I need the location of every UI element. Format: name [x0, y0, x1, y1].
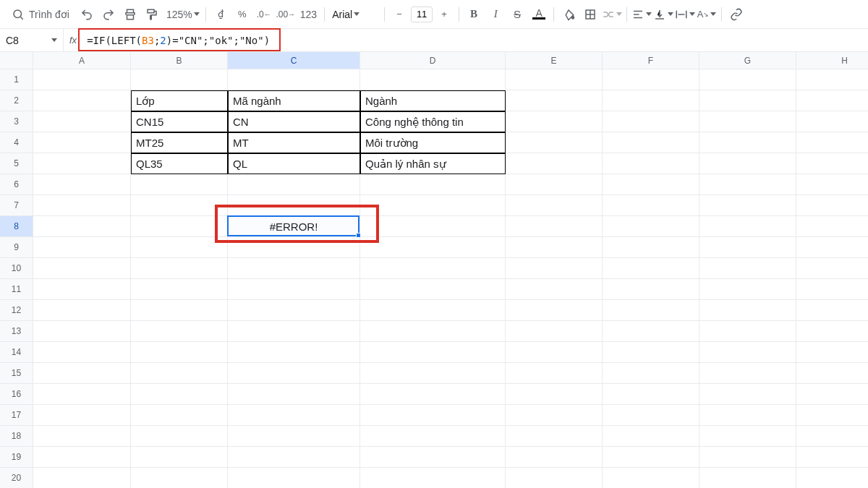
cell-G17[interactable]	[699, 405, 796, 426]
cell-F10[interactable]	[603, 258, 699, 279]
cell-H20[interactable]	[796, 468, 868, 488]
column-header-F[interactable]: F	[603, 52, 699, 69]
cell-B6[interactable]	[131, 174, 228, 195]
text-color-button[interactable]: A	[529, 4, 549, 25]
cell-D3[interactable]: Công nghệ thông tin	[360, 111, 506, 132]
cell-F9[interactable]	[603, 237, 699, 258]
cell-E5[interactable]	[506, 153, 603, 174]
cell-E4[interactable]	[506, 132, 603, 153]
cell-B10[interactable]	[131, 258, 228, 279]
cell-A18[interactable]	[33, 426, 131, 447]
formula-input-wrap[interactable]: =IF(LEFT(B3;2)="CN";"ok";"No")	[82, 29, 868, 51]
cell-G14[interactable]	[699, 342, 796, 363]
cell-B9[interactable]	[131, 237, 228, 258]
row-header-14[interactable]: 14	[0, 342, 33, 363]
cell-E9[interactable]	[506, 237, 603, 258]
row-header-18[interactable]: 18	[0, 426, 33, 447]
cell-H18[interactable]	[796, 426, 868, 447]
row-header-3[interactable]: 3	[0, 111, 33, 132]
cell-H14[interactable]	[796, 342, 868, 363]
cell-B5[interactable]: QL35	[131, 153, 228, 174]
cell-F19[interactable]	[603, 447, 699, 468]
cell-D17[interactable]	[360, 405, 506, 426]
cell-F18[interactable]	[603, 426, 699, 447]
column-header-E[interactable]: E	[506, 52, 603, 69]
cell-D13[interactable]	[360, 321, 506, 342]
cell-G8[interactable]	[699, 216, 796, 237]
cell-A4[interactable]	[33, 132, 131, 153]
cell-A7[interactable]	[33, 195, 131, 216]
cell-G6[interactable]	[699, 174, 796, 195]
cell-C13[interactable]	[228, 321, 360, 342]
column-header-C[interactable]: C	[228, 52, 360, 69]
cell-H17[interactable]	[796, 405, 868, 426]
cell-B16[interactable]	[131, 384, 228, 405]
increase-decimal-button[interactable]: .00→	[276, 4, 296, 25]
cell-C16[interactable]	[228, 384, 360, 405]
cell-A16[interactable]	[33, 384, 131, 405]
cell-G13[interactable]	[699, 321, 796, 342]
cell-C12[interactable]	[228, 300, 360, 321]
cell-C10[interactable]	[228, 258, 360, 279]
cell-B2[interactable]: Lớp	[131, 90, 228, 111]
cell-C14[interactable]	[228, 342, 360, 363]
cell-G15[interactable]	[699, 363, 796, 384]
cell-C8[interactable]: #ERROR!	[228, 216, 360, 237]
cell-H10[interactable]	[796, 258, 868, 279]
cell-B1[interactable]	[131, 69, 228, 90]
cell-B3[interactable]: CN15	[131, 111, 228, 132]
cell-C1[interactable]	[228, 69, 360, 90]
column-header-G[interactable]: G	[699, 52, 796, 69]
font-size-increase-button[interactable]: +	[434, 4, 454, 25]
cell-G12[interactable]	[699, 300, 796, 321]
cell-H12[interactable]	[796, 300, 868, 321]
cell-C9[interactable]	[228, 237, 360, 258]
merge-cells-button[interactable]	[602, 4, 622, 25]
row-header-16[interactable]: 16	[0, 384, 33, 405]
text-wrap-button[interactable]	[675, 4, 695, 25]
cell-D18[interactable]	[360, 426, 506, 447]
cell-H11[interactable]	[796, 279, 868, 300]
cell-G1[interactable]	[699, 69, 796, 90]
font-size-input[interactable]	[411, 7, 433, 22]
cell-A2[interactable]	[33, 90, 131, 111]
cell-F2[interactable]	[603, 90, 699, 111]
cell-F15[interactable]	[603, 363, 699, 384]
cell-A11[interactable]	[33, 279, 131, 300]
cell-F14[interactable]	[603, 342, 699, 363]
formula-input[interactable]: =IF(LEFT(B3;2)="CN";"ok";"No")	[82, 32, 868, 49]
cell-C7[interactable]	[228, 195, 360, 216]
cell-B12[interactable]	[131, 300, 228, 321]
cell-A15[interactable]	[33, 363, 131, 384]
cell-E8[interactable]	[506, 216, 603, 237]
cell-A19[interactable]	[33, 447, 131, 468]
cell-H1[interactable]	[796, 69, 868, 90]
cell-E10[interactable]	[506, 258, 603, 279]
cell-H8[interactable]	[796, 216, 868, 237]
cell-G10[interactable]	[699, 258, 796, 279]
cell-B13[interactable]	[131, 321, 228, 342]
cell-A6[interactable]	[33, 174, 131, 195]
row-header-2[interactable]: 2	[0, 90, 33, 111]
cell-B20[interactable]	[131, 468, 228, 488]
row-header-17[interactable]: 17	[0, 405, 33, 426]
select-all-corner[interactable]	[0, 52, 33, 69]
column-header-H[interactable]: H	[796, 52, 868, 69]
cell-F4[interactable]	[603, 132, 699, 153]
cell-D4[interactable]: Môi trường	[360, 132, 506, 153]
cell-E14[interactable]	[506, 342, 603, 363]
cell-C2[interactable]: Mã ngành	[228, 90, 360, 111]
cell-B11[interactable]	[131, 279, 228, 300]
cell-E17[interactable]	[506, 405, 603, 426]
cell-A10[interactable]	[33, 258, 131, 279]
cell-F6[interactable]	[603, 174, 699, 195]
cell-G11[interactable]	[699, 279, 796, 300]
cell-C15[interactable]	[228, 363, 360, 384]
cell-G18[interactable]	[699, 426, 796, 447]
cell-E15[interactable]	[506, 363, 603, 384]
cell-D2[interactable]: Ngành	[360, 90, 506, 111]
cell-A17[interactable]	[33, 405, 131, 426]
cell-B15[interactable]	[131, 363, 228, 384]
cell-C19[interactable]	[228, 447, 360, 468]
column-header-B[interactable]: B	[131, 52, 228, 69]
